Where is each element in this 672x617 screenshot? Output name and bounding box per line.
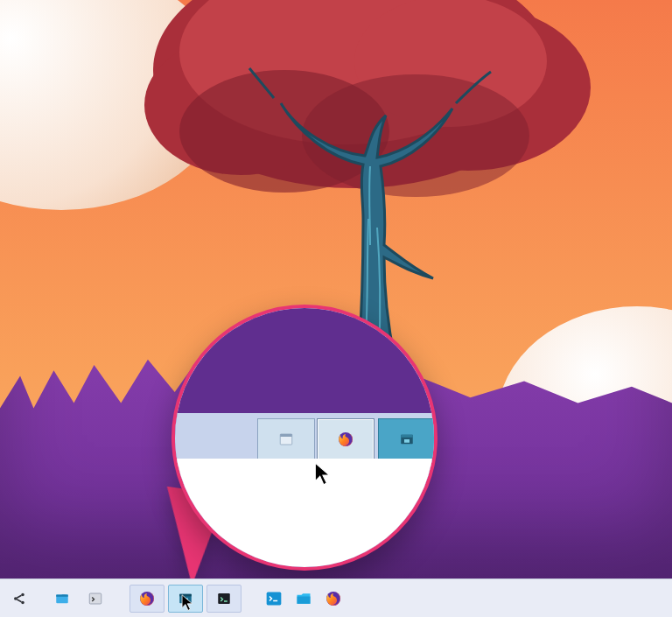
firefox-icon [337, 431, 354, 448]
taskbar [0, 578, 672, 617]
magnified-task-filemanager [378, 418, 436, 460]
magnified-task-firefox [317, 418, 374, 460]
pinned-firefox[interactable] [320, 585, 346, 613]
pinned-konsole[interactable] [261, 585, 287, 613]
svg-rect-8 [280, 434, 292, 437]
firefox-icon [325, 590, 342, 607]
firefox-icon [138, 590, 156, 607]
terminal-icon [88, 591, 103, 606]
magnified-task-blank [257, 418, 315, 460]
files-icon [295, 590, 312, 607]
svg-rect-26 [267, 592, 282, 605]
task-terminal[interactable] [206, 585, 242, 613]
window-icon [278, 431, 294, 447]
magnifier-callout [172, 305, 438, 571]
file-manager-icon [399, 431, 415, 447]
quicklaunch-terminal[interactable] [80, 585, 110, 613]
svg-point-6 [302, 74, 529, 197]
app-launcher-button[interactable] [5, 585, 35, 613]
cursor-icon [314, 462, 333, 487]
cursor-icon [181, 594, 195, 612]
svg-rect-27 [298, 596, 311, 603]
task-firefox[interactable] [130, 585, 164, 613]
terminal-dark-icon [216, 591, 232, 606]
svg-rect-12 [404, 439, 410, 443]
svg-rect-11 [401, 435, 413, 438]
app-launcher-icon [12, 591, 28, 606]
quicklaunch-file-manager[interactable] [47, 585, 77, 613]
file-manager-icon [54, 591, 70, 606]
svg-point-16 [21, 592, 24, 595]
svg-point-17 [21, 600, 24, 603]
tree-decoration [101, 0, 661, 359]
pinned-files[interactable] [290, 585, 317, 613]
svg-rect-20 [89, 593, 102, 604]
svg-rect-25 [218, 593, 230, 604]
svg-rect-19 [56, 594, 68, 596]
konsole-icon [265, 590, 283, 607]
